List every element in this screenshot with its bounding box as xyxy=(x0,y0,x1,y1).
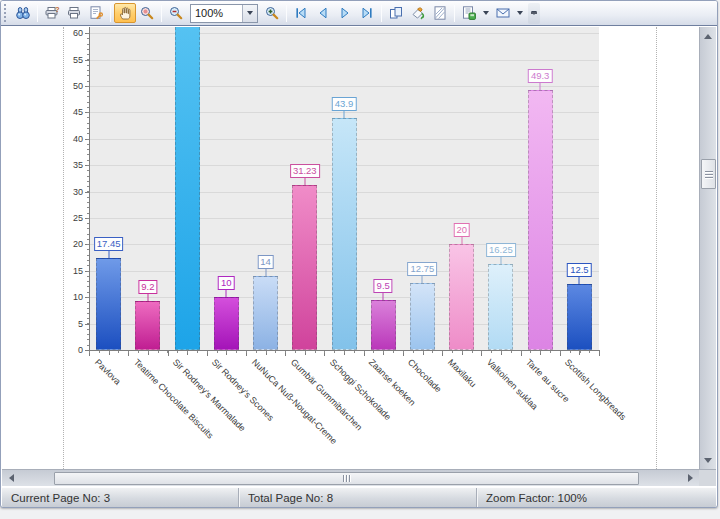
value-label: 14 xyxy=(257,255,274,269)
value-label-leader xyxy=(344,110,345,118)
magnifier-plus-icon xyxy=(264,5,280,21)
category-label: Maxilaku xyxy=(446,357,478,389)
export-document-button[interactable] xyxy=(458,3,480,23)
multiple-pages-icon xyxy=(388,5,404,21)
scroll-left-button[interactable] xyxy=(4,470,18,486)
scrollbar-corner xyxy=(699,469,716,486)
bar-13 xyxy=(567,284,592,350)
vertical-scrollbar[interactable] xyxy=(699,27,716,469)
paint-bucket-icon xyxy=(410,5,426,21)
bar-11 xyxy=(488,264,513,350)
value-label-leader xyxy=(147,293,148,301)
send-email-dropdown-button[interactable] xyxy=(514,3,526,23)
first-page-button[interactable] xyxy=(290,3,312,23)
zoom-combobox[interactable]: 100% xyxy=(190,4,258,23)
category-label: Sir Rodney's Marmalade xyxy=(171,357,248,434)
document-page[interactable]: 05101520253035404550556017.45Pavlova9.2T… xyxy=(2,27,699,469)
scroll-up-button[interactable] xyxy=(700,29,716,43)
y-axis-tick-label: 35 xyxy=(61,160,83,170)
value-label: 10 xyxy=(218,276,235,290)
toolbar-grip[interactable] xyxy=(4,4,9,22)
value-label-leader xyxy=(226,289,227,297)
binoculars-icon xyxy=(15,5,31,21)
triangle-down-icon xyxy=(704,458,712,463)
y-axis-tick-label: 55 xyxy=(61,55,83,65)
bar-1 xyxy=(96,258,121,350)
horizontal-scrollbar[interactable] xyxy=(2,469,699,486)
horizontal-scroll-thumb[interactable] xyxy=(54,472,639,485)
overflow-icon xyxy=(531,12,537,14)
value-label-leader xyxy=(383,292,384,300)
previous-page-button[interactable] xyxy=(312,3,334,23)
x-axis-line xyxy=(89,350,599,351)
envelope-icon xyxy=(495,5,511,21)
first-page-icon xyxy=(293,5,309,21)
value-label-leader xyxy=(108,250,109,258)
toolbar-separator xyxy=(161,5,162,22)
status-current-page: Current Page No: 3 xyxy=(2,488,239,507)
value-label: 20 xyxy=(453,223,470,237)
next-page-button[interactable] xyxy=(334,3,356,23)
zoom-in-button[interactable] xyxy=(261,3,283,23)
toolbar-overflow-button[interactable] xyxy=(528,3,540,24)
chevron-down-icon xyxy=(247,11,253,15)
triangle-left-icon xyxy=(9,474,14,482)
bar-2 xyxy=(135,301,160,350)
zoom-combobox-dropdown-button[interactable] xyxy=(242,5,257,22)
value-label: 17.45 xyxy=(94,237,124,251)
watermark-button[interactable] xyxy=(429,3,451,23)
bar-8 xyxy=(371,300,396,350)
quick-print-button[interactable] xyxy=(63,3,85,23)
send-email-button[interactable] xyxy=(492,3,514,23)
page-setup-wrench-icon xyxy=(88,5,104,21)
page-setup-button[interactable] xyxy=(85,3,107,23)
y-axis-tick-label: 45 xyxy=(61,107,83,117)
gridline xyxy=(89,33,599,34)
scroll-right-button[interactable] xyxy=(683,470,697,486)
vertical-scroll-thumb[interactable] xyxy=(701,159,716,189)
background-color-button[interactable] xyxy=(407,3,429,23)
y-axis-tick-label: 5 xyxy=(61,319,83,329)
value-label-leader xyxy=(304,177,305,185)
y-axis-tick-label: 60 xyxy=(61,28,83,38)
bar-chart: 05101520253035404550556017.45Pavlova9.2T… xyxy=(2,27,699,469)
printer-question-icon: ? xyxy=(44,5,60,21)
value-label-leader xyxy=(540,82,541,90)
print-preview-window: ? 100% xyxy=(0,0,718,508)
scroll-down-button[interactable] xyxy=(700,453,716,467)
print-button[interactable]: ? xyxy=(41,3,63,23)
value-label: 9.2 xyxy=(138,280,157,294)
export-document-icon xyxy=(461,5,477,21)
value-label: 12.5 xyxy=(567,263,592,277)
gridline xyxy=(89,86,599,87)
value-label: 16.25 xyxy=(486,243,516,257)
y-axis-tick-label: 40 xyxy=(61,134,83,144)
bar-3 xyxy=(175,27,200,350)
value-label-leader xyxy=(265,268,266,276)
value-label: 31.23 xyxy=(290,164,320,178)
multiple-pages-button[interactable] xyxy=(385,3,407,23)
bar-7 xyxy=(332,118,357,350)
gridline xyxy=(89,60,599,61)
hand-icon xyxy=(117,5,133,21)
export-dropdown-button[interactable] xyxy=(480,3,492,23)
window-bottom-edge xyxy=(1,507,717,508)
hand-tool-button[interactable] xyxy=(114,3,136,23)
category-label: Gumbär Gummibärchen xyxy=(289,357,364,432)
zoom-out-button[interactable] xyxy=(165,3,187,23)
toolbar-separator xyxy=(37,5,38,22)
watermark-icon xyxy=(432,5,448,21)
search-button[interactable] xyxy=(12,3,34,23)
toolbar-separator xyxy=(454,5,455,22)
value-label: 9.5 xyxy=(374,279,393,293)
triangle-right-icon xyxy=(688,474,693,482)
category-label: Scottish Longbreads xyxy=(563,357,628,422)
status-total-pages: Total Page No: 8 xyxy=(239,488,477,507)
last-page-button[interactable] xyxy=(356,3,378,23)
category-label: NuNuCa Nuß-Nougat-Creme xyxy=(249,357,338,446)
magnifier-tool-button[interactable] xyxy=(136,3,158,23)
next-page-icon xyxy=(337,5,353,21)
bar-10 xyxy=(449,244,474,350)
bar-12 xyxy=(528,90,553,350)
y-axis-tick-label: 0 xyxy=(61,345,83,355)
